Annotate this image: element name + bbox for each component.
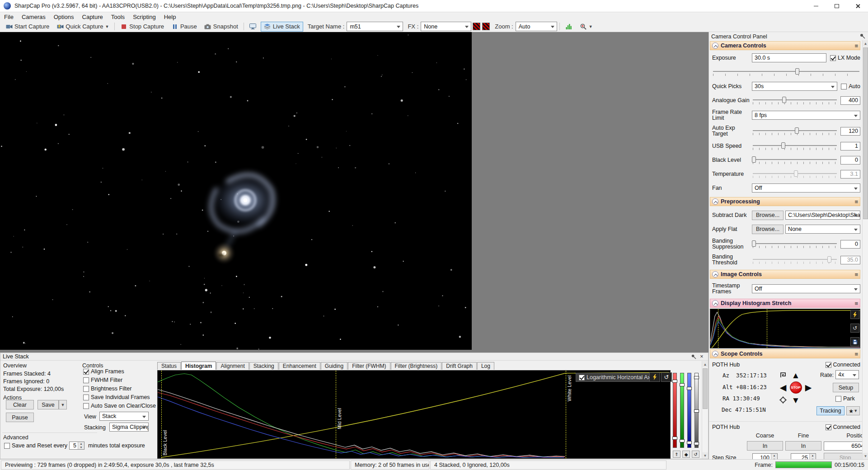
section-menu-icon[interactable]: ≡ xyxy=(854,351,858,357)
section-menu-icon[interactable]: ≡ xyxy=(854,272,858,277)
section-menu-icon[interactable]: ≡ xyxy=(854,43,858,49)
luminance-level-handle[interactable] xyxy=(694,442,699,445)
lx-mode-checkbox[interactable] xyxy=(830,55,836,61)
scope-setup-button[interactable]: Setup xyxy=(833,383,859,392)
spinner-arrows[interactable]: ▲▼ xyxy=(809,454,816,460)
focuser-position-field[interactable]: 6504 xyxy=(824,442,867,451)
pin-icon[interactable] xyxy=(690,353,698,360)
save-reset-checkbox[interactable] xyxy=(4,443,10,449)
section-scope-controls[interactable]: Scope Controls ≡ xyxy=(710,349,860,358)
slew-up-button[interactable]: ▲ xyxy=(789,369,802,381)
auto-exp-target-slider-thumb[interactable] xyxy=(795,127,799,134)
tab-enhancement[interactable]: Enhancement xyxy=(279,362,320,370)
luminance-level-slider[interactable] xyxy=(694,373,699,448)
tab-guiding[interactable]: Guiding xyxy=(321,362,347,370)
auto-exposure-checkbox[interactable] xyxy=(841,84,847,89)
usb-speed-slider[interactable] xyxy=(752,141,838,150)
tab-log[interactable]: Log xyxy=(477,362,494,370)
zoom-combo[interactable]: Auto xyxy=(516,22,557,31)
tab-alignment[interactable]: Alignment xyxy=(216,362,249,370)
fine-step-spinner[interactable]: 25▲▼ xyxy=(791,453,816,460)
snapshot-button[interactable]: Snapshot xyxy=(201,22,241,32)
subtract-dark-browse-button[interactable]: Browse... xyxy=(752,211,784,220)
spinner-arrows[interactable]: ▲▼ xyxy=(771,454,777,460)
goto-star-button[interactable]: ★▼ xyxy=(846,406,860,415)
live-stack-button[interactable]: Live Stack xyxy=(261,22,303,32)
menu-scripting[interactable]: Scripting xyxy=(129,12,160,21)
section-camera-controls[interactable]: Camera Controls ≡ xyxy=(710,41,860,50)
spinner-arrows[interactable]: ▲▼ xyxy=(78,442,84,449)
scroll-down-icon[interactable]: ▼ xyxy=(702,452,708,459)
log-axis-checkbox[interactable] xyxy=(579,375,585,381)
log-axis-checkbox-row[interactable]: Logarithmic Horizontal Axis xyxy=(576,373,658,382)
auto-stretch-button[interactable] xyxy=(850,310,859,319)
stretch-black-point-line[interactable] xyxy=(718,309,718,348)
park-checkbox[interactable] xyxy=(835,396,841,402)
fan-combo[interactable]: Off xyxy=(752,183,860,193)
clear-button[interactable]: Clear xyxy=(6,400,34,409)
apply-flat-combo[interactable]: None xyxy=(785,225,860,234)
dark-frame-swatch-icon[interactable] xyxy=(473,23,480,30)
menu-tools[interactable]: Tools xyxy=(107,12,129,21)
target-name-combo[interactable]: m51 xyxy=(347,22,403,31)
focus-in-coarse-button[interactable]: In xyxy=(747,441,783,451)
red-level-slider[interactable] xyxy=(673,373,677,448)
scrollbar-thumb[interactable] xyxy=(863,47,868,219)
stop-capture-button[interactable]: Stop Capture xyxy=(117,22,167,32)
coarse-step-spinner[interactable]: 100▲▼ xyxy=(752,453,778,460)
white-level-line[interactable] xyxy=(566,371,566,458)
fwhm-filter-checkbox[interactable] xyxy=(83,377,89,383)
section-menu-icon[interactable]: ≡ xyxy=(854,301,858,306)
section-preprocessing[interactable]: Preprocessing ≡ xyxy=(710,197,860,206)
section-menu-icon[interactable]: ≡ xyxy=(854,199,858,205)
analogue-gain-slider[interactable] xyxy=(752,96,838,105)
banding-suppression-value[interactable]: 0 xyxy=(840,240,860,249)
reset-stretch-button[interactable]: ↺ xyxy=(850,324,859,333)
banding-suppression-slider[interactable] xyxy=(752,240,838,249)
section-image-controls[interactable]: Image Controls ≡ xyxy=(710,270,860,279)
stacking-combo[interactable]: Sigma Clipping xyxy=(109,423,149,432)
luminance-level-handle[interactable] xyxy=(694,409,699,413)
scroll-up-icon[interactable]: ▲ xyxy=(702,361,708,367)
section-display-histogram-stretch[interactable]: Display Histogram Stretch ≡ xyxy=(710,299,860,308)
green-level-handle[interactable] xyxy=(680,439,685,442)
camera-panel-scrollbar[interactable]: ▲ ▼ xyxy=(862,40,868,459)
center-target-button[interactable] xyxy=(777,394,789,406)
brightness-filter-checkbox[interactable] xyxy=(83,386,89,392)
live-stack-scrollbar[interactable]: ▲ ▼ xyxy=(702,361,708,459)
menu-options[interactable]: Options xyxy=(50,12,78,21)
green-level-slider[interactable] xyxy=(680,373,684,448)
analogue-gain-value[interactable]: 400 xyxy=(840,96,860,105)
frame-rate-limit-combo[interactable]: 8 fps xyxy=(752,111,860,120)
reset-levels-button[interactable]: ↺ xyxy=(692,451,699,458)
black-level-line[interactable] xyxy=(161,371,162,458)
apply-levels-button[interactable]: ⇑ xyxy=(673,451,680,458)
minimize-button[interactable] xyxy=(806,0,826,12)
tab-status[interactable]: Status xyxy=(157,362,181,370)
scrollbar-thumb[interactable] xyxy=(703,368,708,409)
black-level-value[interactable]: 0 xyxy=(840,156,860,164)
slew-stop-button[interactable]: STOP xyxy=(789,381,802,393)
save-button[interactable]: Save xyxy=(38,400,59,409)
display-stretch-histogram[interactable]: ↺ xyxy=(710,309,860,348)
flat-frame-swatch-icon[interactable] xyxy=(482,23,490,30)
luminance-level-handle[interactable] xyxy=(694,376,699,379)
tab-histogram[interactable]: Histogram xyxy=(181,362,216,370)
green-level-handle[interactable] xyxy=(680,383,685,386)
blue-level-handle[interactable] xyxy=(687,441,692,444)
scroll-down-icon[interactable]: ▼ xyxy=(863,453,868,459)
rate-combo[interactable]: 4x xyxy=(835,370,859,379)
usb-speed-slider-thumb[interactable] xyxy=(781,142,785,149)
start-capture-button[interactable]: Start Capture xyxy=(2,22,52,32)
quick-capture-button[interactable]: Quick Capture ▼ xyxy=(53,22,112,32)
menu-capture[interactable]: Capture xyxy=(78,12,107,21)
pause-stack-button[interactable]: Pause xyxy=(6,413,34,422)
auto-save-checkbox[interactable] xyxy=(83,403,89,409)
red-level-handle[interactable] xyxy=(672,437,677,440)
tab-drift-graph[interactable]: Drift Graph xyxy=(442,362,477,370)
subtract-dark-combo[interactable]: C:\Users\Steph\Desktop\SharpC... xyxy=(785,211,860,220)
focuser-connected-checkbox[interactable] xyxy=(826,424,831,430)
maximize-button[interactable] xyxy=(826,0,847,12)
black-level-slider[interactable] xyxy=(752,155,838,164)
menu-file[interactable]: File xyxy=(0,12,18,21)
